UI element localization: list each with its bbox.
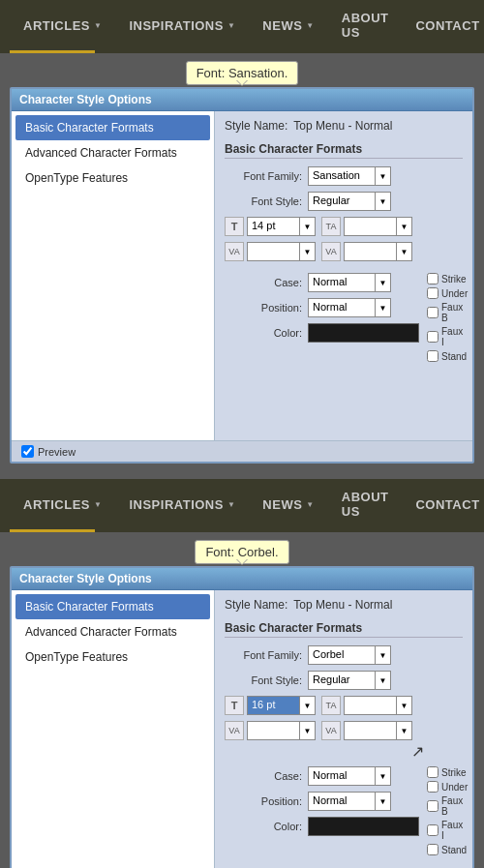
position-arrow-1[interactable]: ▼: [376, 298, 391, 317]
font-style-select-2[interactable]: Regular ▼: [308, 671, 391, 690]
nav-contact-2[interactable]: CONTACT: [402, 479, 484, 529]
nav-aboutus-2[interactable]: ABOUT US: [328, 479, 403, 529]
kerning-row-2: VA ▼ VA ▼: [225, 721, 463, 740]
checkbox-under-input-1[interactable]: [427, 287, 439, 299]
case-arrow-1[interactable]: ▼: [376, 273, 391, 292]
kerning-arrow-1[interactable]: ▼: [300, 242, 316, 261]
leading-col-2: TA ▼: [321, 696, 412, 715]
position-arrow-2[interactable]: ▼: [376, 792, 391, 811]
sidebar-item-opentype-1[interactable]: OpenType Features: [15, 165, 210, 191]
nav-contact-1[interactable]: CONTACT: [402, 0, 484, 50]
checkbox-fauxi-input-1[interactable]: [427, 331, 439, 343]
nav-news-1[interactable]: NEWS: [249, 0, 327, 50]
leading-select-1[interactable]: ▼: [344, 217, 412, 236]
checkbox-strike-input-1[interactable]: [427, 273, 439, 284]
font-family-value-2[interactable]: Corbel: [308, 645, 376, 665]
checkbox-fauxi-label-1: Faux I: [441, 326, 468, 347]
checkbox-under-1[interactable]: Under: [427, 287, 468, 299]
checkbox-stand-2[interactable]: Stand: [427, 844, 468, 855]
kerning-select-1[interactable]: ▼: [247, 242, 316, 261]
nav-articles-1[interactable]: ARTICLES: [10, 0, 115, 50]
style-name-value-2: Top Menu - Normal: [293, 598, 392, 612]
checkbox-stand-input-1[interactable]: [427, 350, 439, 362]
sidebar-item-basic-2[interactable]: Basic Character Formats: [15, 594, 210, 619]
left-options-1: Case: Normal ▼ Position: Normal ▼: [225, 273, 419, 362]
size-select-2[interactable]: 16 pt ▼: [247, 696, 316, 715]
leading-arrow-2[interactable]: ▼: [397, 696, 412, 715]
nav-aboutus-1[interactable]: ABOUT US: [328, 0, 403, 50]
checkbox-fauxi-input-2[interactable]: [427, 824, 439, 836]
font-style-arrow-1[interactable]: ▼: [376, 192, 391, 211]
size-arrow-1[interactable]: ▼: [300, 217, 316, 236]
checkbox-fauxb-input-2[interactable]: [427, 800, 439, 812]
sidebar-item-advanced-2[interactable]: Advanced Character Formats: [15, 619, 210, 644]
kerning-value-1: [247, 242, 300, 261]
checkbox-strike-label-1: Strike: [441, 274, 467, 284]
font-family-arrow-1[interactable]: ▼: [376, 166, 391, 186]
preview-checkbox-1[interactable]: [21, 445, 34, 458]
checkbox-fauxi-2[interactable]: Faux I: [427, 820, 468, 841]
color-swatch-2[interactable]: [308, 817, 419, 836]
tracking-select-1[interactable]: ▼: [344, 242, 412, 261]
checkbox-strike-input-2[interactable]: [427, 766, 439, 778]
checkbox-fauxb-2[interactable]: Faux B: [427, 795, 468, 817]
position-select-1[interactable]: Normal ▼: [308, 298, 391, 317]
size-select-1[interactable]: 14 pt ▼: [247, 217, 316, 236]
sidebar-item-advanced-1[interactable]: Advanced Character Formats: [15, 140, 210, 165]
checkbox-strike-1[interactable]: Strike: [427, 273, 468, 284]
tracking-arrow-1[interactable]: ▼: [397, 242, 412, 261]
style-name-label-1: Style Name:: [225, 119, 287, 133]
kerning-select-2[interactable]: ▼: [247, 721, 316, 740]
checkbox-under-2[interactable]: Under: [427, 781, 468, 793]
checkbox-fauxb-1[interactable]: Faux B: [427, 302, 468, 323]
size-arrow-2[interactable]: ▼: [300, 696, 316, 715]
color-swatch-1[interactable]: [308, 323, 419, 343]
color-row-1: Color:: [225, 323, 419, 343]
case-arrow-2[interactable]: ▼: [376, 766, 391, 786]
position-value-1[interactable]: Normal: [308, 298, 376, 317]
sidebar-item-basic-1[interactable]: Basic Character Formats: [15, 115, 210, 140]
size-value-1[interactable]: 14 pt: [247, 217, 300, 236]
font-family-row-2: Font Family: Corbel ▼: [225, 645, 463, 665]
leading-arrow-1[interactable]: ▼: [397, 217, 412, 236]
nav-articles-2[interactable]: ARTICLES: [10, 479, 115, 529]
style-name-row-1: Style Name: Top Menu - Normal: [225, 119, 463, 133]
font-style-arrow-2[interactable]: ▼: [376, 671, 391, 690]
leading-icon-1: TA: [321, 217, 341, 236]
sidebar-item-opentype-2[interactable]: OpenType Features: [15, 644, 210, 670]
position-value-2[interactable]: Normal: [308, 792, 376, 811]
case-value-1[interactable]: Normal: [308, 273, 376, 292]
style-name-value-1: Top Menu - Normal: [293, 119, 392, 133]
case-value-2[interactable]: Normal: [308, 766, 376, 786]
checkbox-fauxb-input-1[interactable]: [427, 307, 439, 318]
case-select-2[interactable]: Normal ▼: [308, 766, 391, 786]
checkbox-strike-2[interactable]: Strike: [427, 766, 468, 778]
font-family-arrow-2[interactable]: ▼: [376, 645, 391, 665]
checkbox-stand-1[interactable]: Stand: [427, 350, 468, 362]
kerning-arrow-2[interactable]: ▼: [300, 721, 316, 740]
tracking-arrow-2[interactable]: ▼: [397, 721, 412, 740]
dialog-1: Character Style Options Basic Character …: [10, 87, 474, 464]
font-style-value-2[interactable]: Regular: [308, 671, 376, 690]
size-icon-1: T: [225, 217, 244, 236]
font-style-value-1[interactable]: Regular: [308, 192, 376, 211]
case-select-1[interactable]: Normal ▼: [308, 273, 391, 292]
checkbox-stand-input-2[interactable]: [427, 844, 439, 855]
kerning-value-2: [247, 721, 300, 740]
checkbox-fauxi-1[interactable]: Faux I: [427, 326, 468, 347]
nav-news-2[interactable]: NEWS: [249, 479, 327, 529]
font-style-select-1[interactable]: Regular ▼: [308, 192, 391, 211]
tracking-select-2[interactable]: ▼: [344, 721, 412, 740]
position-select-2[interactable]: Normal ▼: [308, 792, 391, 811]
size-col-2: T 16 pt ▼: [225, 696, 316, 715]
size-value-2[interactable]: 16 pt: [247, 696, 300, 715]
leading-select-2[interactable]: ▼: [344, 696, 412, 715]
leading-icon-2: TA: [321, 696, 341, 715]
font-family-value-1[interactable]: Sansation: [308, 166, 376, 186]
checkbox-under-input-2[interactable]: [427, 781, 439, 793]
font-family-select-2[interactable]: Corbel ▼: [308, 645, 391, 665]
nav-inspirations-1[interactable]: INSPIRATIONS: [115, 0, 249, 50]
nav-inspirations-2[interactable]: INSPIRATIONS: [115, 479, 249, 529]
font-family-select-1[interactable]: Sansation ▼: [308, 166, 391, 186]
color-label-2: Color:: [225, 821, 302, 832]
